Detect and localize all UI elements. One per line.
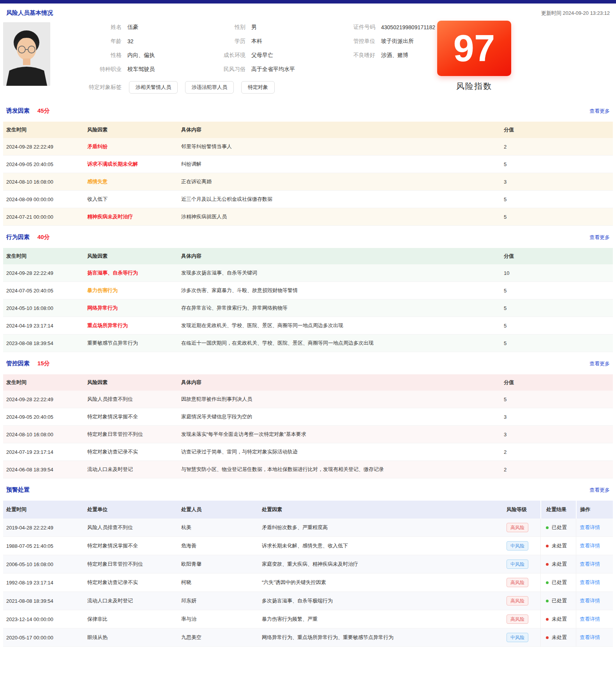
cell-unit: 特定对象访查记录不实 (87, 579, 181, 586)
cell-person: 柯晓 (181, 579, 262, 586)
table-row: 2006-05-10 16:08:00 特定对象日常管控不到位 欧阳青馨 家庭变… (3, 555, 613, 574)
field-value: 校车驾驶员 (127, 66, 155, 73)
field-occupation: 特种职业 校车驾驶员 (58, 65, 155, 73)
see-more-link[interactable]: 查看更多 (590, 234, 610, 241)
cell-time: 2024-09-28 22:22:49 (3, 144, 87, 150)
cell-time: 2023-12-14 00:00:00 (3, 616, 87, 622)
cell-action: 查看详情 (576, 628, 613, 646)
cell-factor: 特定对象日常管控不到位 (87, 431, 181, 438)
special-target-tags-row: 特定对象标签 涉相关警情人员 涉违法犯罪人员 特定对象 (58, 81, 275, 94)
field-value: 坡子街派出所 (381, 38, 414, 45)
table-row: 2024-08-09 00:00:00 收入低下 近三个月及以上无公积金或社保缴… (3, 191, 613, 208)
col-header-time: 发生时间 (3, 126, 87, 133)
field-id-number: 证件号码 430502199809171182 (313, 23, 435, 31)
field-gender: 性别 男 (183, 23, 295, 31)
view-detail-link[interactable]: 查看详情 (580, 561, 600, 568)
cell-score: 5 (501, 340, 613, 346)
see-more-link[interactable]: 查看更多 (590, 108, 610, 115)
view-detail-link[interactable]: 查看详情 (580, 616, 600, 623)
cell-factor: 网络异常行为 (87, 305, 181, 312)
cell-time: 2023-08-08 18:39:54 (3, 340, 87, 346)
cell-score: 3 (501, 432, 613, 437)
section-title: 诱发因素 (6, 107, 30, 115)
cell-action: 查看详情 (576, 555, 613, 573)
status-dot (546, 545, 549, 547)
field-name: 姓名 伍豪 (58, 23, 155, 31)
cell-action: 查看详情 (576, 610, 613, 628)
cell-factor: “六失”诱因中的关键失控因素 (262, 579, 503, 586)
cell-factor: 重要敏感节点异常行为 (87, 340, 181, 347)
cell-unit: 眼须从热 (87, 634, 181, 641)
cell-person: 杭美 (181, 524, 262, 531)
cell-level: 高风险 (503, 523, 540, 532)
view-detail-link[interactable]: 查看详情 (580, 634, 600, 641)
view-detail-link[interactable]: 查看详情 (580, 542, 600, 549)
cell-content: 涉多次伤害、家庭暴力、斗殴、故意损毁财物等警情 (181, 287, 501, 294)
cell-result: 已处置 (540, 592, 576, 610)
cell-factor: 特定对象访查记录不实 (87, 448, 181, 455)
view-detail-link[interactable]: 查看详情 (580, 579, 600, 586)
cell-factor: 风险人员排查不到位 (87, 396, 181, 403)
cell-factor: 精神疾病未及时治疗 (87, 213, 181, 220)
cell-score: 5 (501, 197, 613, 202)
status-dot (546, 526, 549, 529)
cell-person: 率与治 (181, 616, 262, 623)
cell-unit: 流动人口未及时登记 (87, 597, 181, 604)
table-row: 2024-09-05 20:40:05 特定对象情况掌握不全 家庭情况等关键信息… (3, 408, 613, 426)
see-more-link[interactable]: 查看更多 (590, 360, 610, 367)
table-row: 2024-07-21 00:00:00 精神疾病未及时治疗 涉精神疾病就医人员 … (3, 208, 613, 226)
cell-level: 中风险 (503, 633, 540, 642)
table-row: 2024-05-10 16:08:00 网络异常行为 存在异常言论、异常搜索行为… (3, 299, 613, 317)
behavior-factors-table: 发生时间 风险因素 具体内容 分值 2024-09-28 22:22:49 扬言… (3, 248, 613, 352)
field-value: 高于全省平均水平 (251, 66, 295, 73)
section-header: 行为因素 40分 查看更多 (3, 226, 613, 248)
cell-factor: 矛盾纠纷次数多、严重程度高 (262, 524, 503, 531)
cell-time: 2024-09-05 20:40:05 (3, 161, 87, 167)
cell-content: 访查记录过于简单、雷同，与特定对象实际活动轨迹 (181, 448, 501, 455)
view-detail-link[interactable]: 查看详情 (580, 524, 600, 531)
cell-factor: 诉求长期未化解、感情失意、收入低下 (262, 542, 503, 549)
risk-level-badge: 中风险 (507, 633, 528, 642)
cell-time: 2019-04-28 22:22:49 (3, 525, 87, 531)
cell-factor: 感情失意 (87, 178, 181, 185)
table-row: 2019-04-28 22:22:49 风险人员排查不到位 杭美 矛盾纠纷次数多… (3, 519, 613, 537)
col-header-person: 处置人员 (181, 506, 262, 513)
update-time-value: 2024-09-20 13:23:12 (563, 10, 610, 16)
field-value: 32 (127, 38, 134, 44)
profile-fields-column-2: 性别 男 学历 本科 成长环境 父母早亡 民风习俗 高于全省平均水平 (183, 23, 295, 79)
cell-time: 2024-08-10 16:08:00 (3, 432, 87, 437)
see-more-link[interactable]: 查看更多 (590, 487, 610, 494)
table-row: 2024-09-28 22:22:49 扬言滋事、自杀等行为 发现多次扬言滋事、… (3, 264, 613, 282)
tag-police-incident: 涉相关警情人员 (129, 81, 178, 94)
cell-time: 2021-08-08 18:39:54 (3, 598, 87, 604)
section-inducing-factors: 诱发因素 45分 查看更多 发生时间 风险因素 具体内容 分值 2024-09-… (3, 99, 613, 226)
cell-time: 2024-09-28 22:22:49 (3, 397, 87, 402)
cell-content: 发现多次扬言滋事、自杀等关键词 (181, 269, 501, 276)
table-row: 1992-08-19 23:17:14 特定对象访查记录不实 柯晓 “六失”诱因… (3, 574, 613, 592)
cell-result: 未处置 (540, 555, 576, 573)
cell-unit: 风险人员排查不到位 (87, 524, 181, 531)
view-detail-link[interactable]: 查看详情 (580, 597, 600, 604)
cell-action: 查看详情 (576, 519, 613, 536)
field-control-unit: 管控单位 坡子街派出所 (313, 37, 435, 45)
cell-time: 2024-09-05 20:40:05 (3, 414, 87, 420)
result-text: 已处置 (552, 579, 567, 586)
cell-action: 查看详情 (576, 574, 613, 591)
field-label: 成长环境 (183, 52, 245, 59)
cell-content: 邻里等纠纷警情当事人 (181, 143, 501, 150)
section-title: 预警处置 (6, 486, 30, 494)
result-text: 未处置 (552, 542, 567, 549)
section-header: 诱发因素 45分 查看更多 (3, 99, 613, 122)
field-label: 学历 (183, 38, 245, 45)
cell-score: 5 (501, 397, 613, 402)
field-label: 民风习俗 (183, 66, 245, 73)
section-score: 45分 (37, 107, 50, 115)
field-label: 管控单位 (313, 38, 375, 45)
cell-score: 3 (501, 179, 613, 185)
table-row: 2024-08-10 16:08:00 特定对象日常管控不到位 发现未落实“每半… (3, 426, 613, 443)
field-personality: 性格 内向、偏执 (58, 51, 155, 59)
table-row: 2024-06-08 18:39:54 流动人口未及时登记 与智慧安防小区、物业… (3, 461, 613, 478)
field-label: 姓名 (58, 24, 122, 31)
table-row: 2024-09-05 20:40:05 诉求不满或长期未化解 纠纷调解 5 (3, 156, 613, 173)
table-header-row: 发生时间 风险因素 具体内容 分值 (3, 122, 613, 138)
